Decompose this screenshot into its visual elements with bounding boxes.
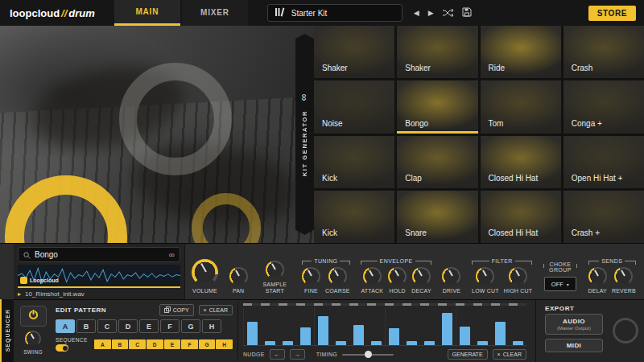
pattern-button-d[interactable]: D — [118, 319, 138, 333]
sequence-slot-a[interactable]: A — [94, 339, 111, 349]
sequence-slot-g[interactable]: G — [199, 339, 216, 349]
nudge-right-button[interactable]: → — [290, 349, 305, 360]
step-bar[interactable] — [460, 327, 470, 345]
pad-16[interactable]: Crash + — [564, 191, 644, 243]
export-midi-button[interactable]: MIDI — [545, 339, 603, 352]
step-8[interactable] — [367, 308, 385, 345]
step-4[interactable] — [296, 308, 314, 345]
nudge-left-button[interactable]: ← — [270, 349, 285, 360]
sample-start-knob[interactable] — [266, 261, 284, 279]
drive-knob[interactable] — [442, 267, 460, 286]
high-cut-knob[interactable] — [509, 267, 527, 286]
step-bar[interactable] — [371, 341, 382, 345]
pad-15[interactable]: Closed Hi Hat — [481, 191, 561, 243]
play-icon[interactable]: ▸ — [18, 291, 21, 298]
pattern-button-g[interactable]: G — [181, 319, 200, 333]
sequence-slot-h[interactable]: H — [216, 339, 233, 349]
pattern-button-c[interactable]: C — [97, 319, 117, 333]
pad-13[interactable]: Kick — [314, 191, 394, 243]
step-bar[interactable] — [424, 341, 435, 345]
pad-5[interactable]: Noise — [314, 80, 394, 133]
reverb-knob[interactable] — [614, 267, 633, 286]
shuffle-button[interactable] — [443, 6, 453, 20]
step-16[interactable] — [509, 308, 526, 345]
pad-8[interactable]: Conga + — [564, 80, 644, 133]
pad-6[interactable]: Bongo — [397, 80, 477, 133]
pattern-button-a[interactable]: A — [56, 319, 75, 333]
sequence-slot-d[interactable]: D — [147, 339, 163, 349]
sequence-slot-c[interactable]: C — [129, 339, 146, 349]
step-bar[interactable] — [442, 313, 452, 345]
pattern-button-h[interactable]: H — [202, 319, 221, 333]
generate-button[interactable]: GENERATE — [448, 349, 488, 360]
step-9[interactable] — [385, 308, 402, 345]
preset-selector[interactable]: Starter Kit — [267, 4, 402, 22]
sequence-slot-e[interactable]: E — [164, 339, 181, 349]
step-bar[interactable] — [265, 341, 275, 345]
step-bar[interactable] — [247, 322, 258, 345]
export-audio-button[interactable]: AUDIO (Master Output) — [545, 314, 603, 335]
tab-mixer[interactable]: MIXER — [182, 0, 248, 26]
search-input[interactable] — [35, 250, 165, 259]
step-10[interactable] — [402, 308, 420, 345]
pattern-button-f[interactable]: F — [160, 319, 180, 333]
delay-knob[interactable] — [588, 267, 607, 286]
step-bar[interactable] — [336, 341, 346, 345]
next-preset-button[interactable]: ▶ — [428, 10, 434, 17]
step-14[interactable] — [473, 308, 491, 345]
fine-knob[interactable] — [302, 267, 320, 286]
sequencer-section-tab[interactable]: SEQUENCER — [0, 299, 14, 362]
save-button[interactable] — [462, 6, 472, 20]
choke-group-dropdown[interactable]: OFF ▾ — [544, 277, 576, 291]
pad-10[interactable]: Clap — [397, 136, 477, 188]
waveform-display[interactable]: Loopcloud — [18, 265, 180, 288]
pad-12[interactable]: Open Hi Hat + — [564, 136, 644, 188]
loopcloud-link-icon[interactable]: ∞ — [169, 250, 175, 259]
pad-1[interactable]: Shaker — [314, 26, 394, 78]
step-bar[interactable] — [513, 341, 523, 345]
pad-3[interactable]: Ride — [481, 26, 561, 78]
sample-file-row[interactable]: ▸ 10_Rimshot_init.wav — [18, 290, 180, 298]
pan-knob[interactable] — [229, 267, 248, 286]
low-cut-knob[interactable] — [476, 267, 494, 286]
step-5[interactable] — [314, 308, 332, 345]
step-bar[interactable] — [283, 341, 293, 345]
sequence-slot-b[interactable]: B — [112, 339, 129, 349]
step-6[interactable] — [332, 308, 349, 345]
decay-knob[interactable] — [412, 267, 431, 286]
step-bar[interactable] — [318, 316, 328, 345]
swing-knob[interactable] — [25, 331, 41, 347]
pad-7[interactable]: Tom — [481, 80, 561, 133]
step-bar[interactable] — [389, 328, 399, 345]
sequencer-power-button[interactable] — [20, 306, 47, 327]
step-1[interactable] — [243, 308, 261, 345]
volume-knob[interactable] — [192, 259, 218, 286]
clear-steps-button[interactable]: × CLEAR — [493, 349, 526, 360]
sequence-toggle[interactable] — [56, 344, 68, 352]
coarse-knob[interactable] — [328, 267, 347, 286]
hold-knob[interactable] — [388, 267, 407, 286]
pattern-button-e[interactable]: E — [139, 319, 159, 333]
clear-pattern-button[interactable]: × CLEAR — [199, 305, 233, 315]
store-button[interactable]: STORE — [588, 6, 636, 21]
tab-main[interactable]: MAIN — [114, 0, 180, 26]
attack-knob[interactable] — [363, 267, 382, 286]
export-knob[interactable] — [613, 318, 638, 343]
step-bar[interactable] — [353, 325, 364, 345]
step-bar[interactable] — [495, 322, 506, 345]
pad-4[interactable]: Crash — [564, 26, 644, 78]
kit-generator-tab[interactable]: ∞ KIT GENERATOR — [295, 34, 314, 235]
step-bar[interactable] — [477, 341, 488, 345]
step-2[interactable] — [261, 308, 279, 345]
pattern-button-b[interactable]: B — [76, 319, 96, 333]
prev-preset-button[interactable]: ◀ — [414, 10, 419, 17]
pad-14[interactable]: Snare — [397, 191, 477, 243]
sequence-slot-f[interactable]: F — [181, 339, 198, 349]
pad-11[interactable]: Closed Hi Hat — [481, 136, 561, 188]
pad-2[interactable]: Shaker — [397, 26, 477, 78]
step-13[interactable] — [456, 308, 473, 345]
step-15[interactable] — [491, 308, 509, 345]
pad-9[interactable]: Kick — [314, 136, 394, 188]
step-11[interactable] — [420, 308, 438, 345]
copy-pattern-button[interactable]: COPY — [159, 304, 194, 316]
